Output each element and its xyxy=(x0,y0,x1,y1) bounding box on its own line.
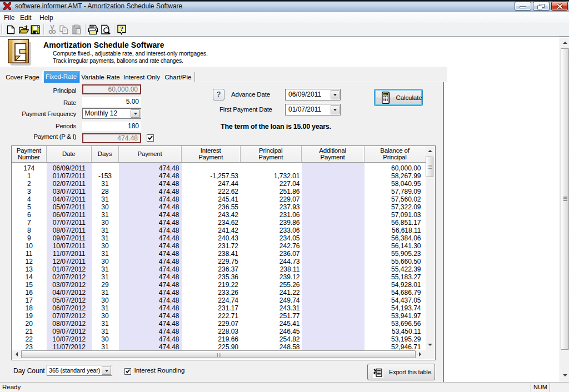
svg-text:?: ? xyxy=(120,25,123,33)
